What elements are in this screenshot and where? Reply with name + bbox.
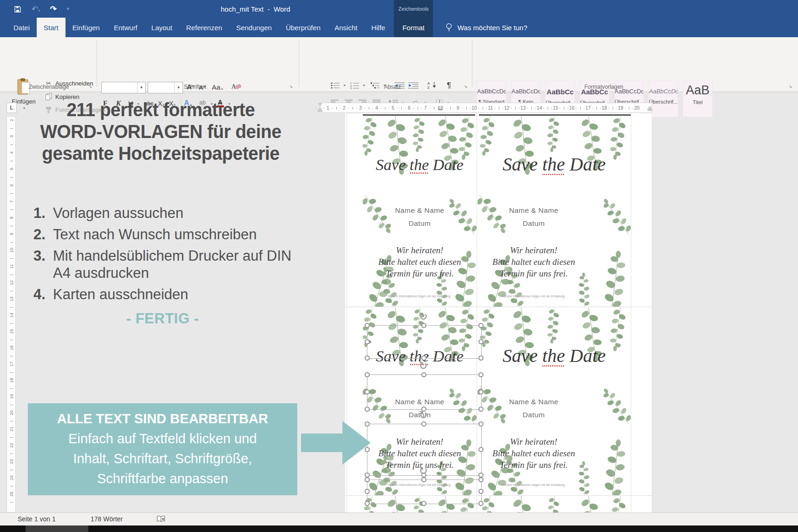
selection-handle[interactable] — [478, 447, 484, 452]
card-name[interactable]: Name & Name — [477, 398, 610, 406]
tab-überprüfen[interactable]: Überprüfen — [279, 18, 327, 37]
save-icon[interactable] — [14, 5, 21, 13]
ruler-dot — [381, 108, 381, 109]
selection-handle[interactable] — [478, 372, 484, 377]
card-footnote[interactable]: Nähere Informationen folgen mit der Einl… — [477, 295, 610, 298]
tab-sendungen[interactable]: Sendungen — [229, 18, 279, 37]
tab-datei[interactable]: Datei — [7, 18, 37, 37]
ruler-tick — [499, 107, 499, 110]
selection-handle[interactable] — [478, 407, 484, 412]
tab-ansicht[interactable]: Ansicht — [327, 18, 364, 37]
proofing-icon[interactable] — [157, 515, 166, 523]
tab-format[interactable]: Format — [394, 18, 433, 37]
selection-handle[interactable] — [478, 421, 484, 427]
selection-handle[interactable] — [365, 355, 370, 361]
card-name[interactable]: Name & Name — [363, 206, 477, 215]
card-message[interactable]: Wir heiraten!Bitte haltet euch diesenTer… — [363, 244, 477, 279]
tab-start[interactable]: Start — [37, 18, 65, 37]
textbox-selection[interactable] — [367, 325, 482, 359]
card-title[interactable]: Save the Date — [477, 153, 631, 175]
left-indent-marker[interactable] — [318, 110, 322, 112]
page-count[interactable]: Seite 1 von 1 — [18, 515, 56, 523]
tab-entwurf[interactable]: Entwurf — [107, 18, 144, 37]
card-title[interactable]: Save the Date — [477, 345, 631, 367]
font-dialog-launcher[interactable]: ↘ — [288, 84, 294, 90]
card-datum[interactable]: Datum — [477, 411, 610, 419]
selection-handle[interactable] — [478, 355, 484, 361]
selection-handle[interactable] — [365, 477, 370, 482]
selection-handle[interactable] — [365, 421, 370, 427]
styles-dialog-launcher[interactable]: ↘ — [787, 84, 793, 90]
tab-referenzen[interactable]: Referenzen — [179, 18, 229, 37]
textbox-selection[interactable] — [367, 479, 482, 504]
selection-handle[interactable] — [478, 501, 484, 506]
card-name[interactable]: Name & Name — [477, 206, 610, 215]
selection-handle[interactable] — [478, 473, 484, 478]
style-sample: AaBbCcDc — [649, 88, 678, 95]
selection-handle[interactable] — [365, 389, 370, 394]
ruler-tick — [564, 107, 564, 110]
textbox-selection[interactable] — [367, 374, 482, 410]
card-footnote[interactable]: Nähere Informationen folgen mit der Einl… — [477, 483, 610, 486]
callout-line: Inhalt, Schriftart, Schriftgröße, — [32, 449, 294, 469]
word-count[interactable]: 178 Wörter — [91, 515, 123, 523]
save-the-date-card[interactable] — [477, 495, 631, 512]
selection-handle[interactable] — [478, 339, 484, 344]
selection-handle[interactable] — [478, 477, 484, 482]
redo-icon[interactable]: ↷ — [50, 5, 57, 13]
tell-me-box[interactable]: Was möchten Sie tun? — [445, 18, 527, 37]
first-line-indent-marker[interactable] — [318, 103, 322, 106]
bullet-list-icon — [331, 82, 340, 89]
tab-einfügen[interactable]: Einfügen — [65, 18, 107, 37]
card-datum[interactable]: Datum — [477, 219, 610, 228]
rotate-handle[interactable]: ↻ — [419, 361, 428, 371]
horizontal-ruler[interactable]: 1234567891011121314151617181920 — [320, 103, 652, 113]
save-the-date-card[interactable]: Save the DateName & NameDatumWir heirate… — [477, 307, 631, 495]
save-the-date-card[interactable]: Save the DateName & NameDatumWir heirate… — [477, 115, 631, 307]
selection-handle[interactable] — [421, 477, 426, 482]
selection-handle[interactable] — [421, 323, 426, 328]
style-tile-7[interactable]: AaBTitel — [683, 80, 713, 117]
selection-handle[interactable] — [365, 447, 370, 452]
selection-handle[interactable] — [365, 501, 370, 506]
bullets-button[interactable]: ▾ — [331, 82, 346, 89]
card-message[interactable]: Wir heiraten!Bitte haltet euch diesenTer… — [477, 436, 610, 471]
font-name-combo[interactable]: ▼ — [101, 82, 146, 93]
card-footnote[interactable]: Nähere Informationen folgen mit der Einl… — [363, 295, 477, 298]
selection-handle[interactable] — [365, 372, 370, 377]
rotate-handle[interactable]: ↻ — [419, 466, 428, 476]
style-tile-6[interactable]: AaBbCcDcÜberschrif... — [648, 80, 678, 117]
selection-handle[interactable] — [365, 407, 370, 412]
step-number: 1. — [33, 204, 53, 222]
save-the-date-card[interactable]: Save the DateName & NameDatumWir heirate… — [363, 115, 477, 307]
selection-handle[interactable] — [365, 323, 370, 328]
selection-handle[interactable] — [421, 421, 426, 427]
rotate-handle[interactable]: ↻ — [419, 410, 428, 420]
selection-handle[interactable] — [478, 323, 484, 328]
ruler-tick — [10, 340, 13, 340]
selection-handle[interactable] — [478, 389, 484, 394]
selection-handle[interactable] — [421, 372, 426, 377]
tab-layout[interactable]: Layout — [144, 18, 179, 37]
pilcrow-button[interactable]: ¶ — [447, 81, 451, 90]
selection-handle[interactable] — [421, 501, 426, 506]
selection-handle[interactable] — [478, 489, 484, 494]
tab-stop-marker[interactable] — [438, 106, 443, 110]
tab-hilfe[interactable]: Hilfe — [364, 18, 392, 37]
card-datum[interactable]: Datum — [363, 219, 477, 228]
selection-handle[interactable] — [365, 473, 370, 478]
selection-handle[interactable] — [365, 339, 370, 344]
selection-handle[interactable] — [365, 489, 370, 494]
vertical-ruler[interactable]: 2345678910111213141516171819202122232425 — [7, 116, 16, 512]
lightbulb-icon — [445, 23, 453, 32]
undo-icon[interactable]: ↶▾ — [32, 5, 40, 13]
ruler-number: 20 — [634, 105, 640, 111]
customize-toolbar-icon[interactable]: ▿ — [67, 7, 69, 11]
card-title[interactable]: Save the Date — [363, 156, 477, 174]
card-message[interactable]: Wir heiraten!Bitte haltet euch diesenTer… — [477, 244, 610, 279]
paragraph-dialog-launcher[interactable]: ↘ — [463, 84, 469, 90]
tab-stop-selector[interactable]: L — [7, 103, 17, 113]
document-page[interactable]: Save the DateName & NameDatumWir heirate… — [345, 113, 652, 512]
clipboard-dialog-launcher[interactable]: ↘ — [87, 84, 93, 90]
rotate-handle[interactable]: ↻ — [419, 311, 428, 322]
